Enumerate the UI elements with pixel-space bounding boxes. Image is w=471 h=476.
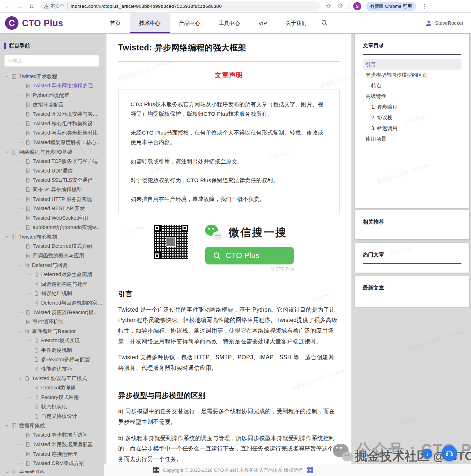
tree-item[interactable]: autobahn结合tornado实现w... — [0, 223, 104, 232]
scroll-down-button[interactable]: ↓ — [422, 449, 432, 459]
toc-item[interactable]: 引言 — [363, 59, 461, 70]
tree-item[interactable]: Twisted WebSocket应用 — [0, 213, 104, 223]
tree-item[interactable]: 错误处理机制 — [0, 289, 104, 299]
tree-item[interactable]: Twisted 核心组件和架构设... — [0, 119, 104, 128]
tree-connector — [27, 388, 32, 388]
nav-item-关于我们[interactable]: 关于我们 — [276, 13, 316, 33]
tree-item[interactable]: Twisted SSL/TLS安全通信 — [0, 176, 104, 185]
nav-item-工具中心[interactable]: 工具中心 — [209, 13, 249, 33]
tree-item-label: Twisted 开发环境安装与实... — [33, 111, 97, 117]
toc-item[interactable]: 高级特性 — [363, 91, 461, 102]
tree-item[interactable]: Twisted UDP通信 — [0, 166, 104, 176]
tree-item[interactable]: Twisted 常用数据库适配器 — [0, 440, 104, 449]
latest-articles-title: 最新文章 — [363, 285, 461, 291]
tree-item[interactable]: 回调函数的概念与应用 — [0, 251, 104, 261]
profile-avatar[interactable]: S — [353, 2, 361, 10]
tree-item[interactable]: Deferred与回调机制的实际... — [0, 298, 104, 308]
title-divider — [118, 61, 340, 61]
tree-item[interactable]: Twisted 连接池管理 — [0, 449, 104, 459]
nav-item-首页[interactable]: 首页 — [101, 13, 130, 33]
tree-item[interactable]: Twisted REST API开发 — [0, 204, 104, 213]
site-logo[interactable]: C CTO Plus — [5, 16, 101, 30]
search-icon[interactable] — [321, 19, 328, 27]
tree-connector — [18, 142, 24, 143]
wechat-logo-row: 微信搜一搜 — [205, 225, 294, 241]
toc-item[interactable]: 使用场景 — [363, 133, 461, 144]
tree-item-label: Protocol类详解 — [41, 384, 76, 391]
menu-dots-icon[interactable]: ⋮ — [420, 2, 428, 10]
nav-item-产品中心[interactable]: 产品中心 — [170, 13, 209, 33]
tree-item[interactable]: Deferred对象生命周期 — [0, 270, 104, 279]
sidebar-search-input[interactable] — [4, 55, 99, 67]
tree-connector — [18, 227, 24, 228]
tree-item[interactable]: 状态机实现 — [0, 402, 104, 412]
back-icon[interactable]: ← — [4, 2, 11, 10]
tree-item-label: Twisted 反应器(Reactor)模... — [33, 309, 98, 316]
file-icon — [34, 338, 39, 343]
wechat-search-button[interactable]: CTO Plus — [205, 247, 294, 264]
tree-item[interactable]: 回调链的构建与处理 — [0, 279, 104, 289]
chrome-update-button[interactable]: 有新版 Chrome 可用 — [366, 2, 416, 11]
nav-item-VIP[interactable]: VIP — [249, 13, 276, 33]
file-icon — [26, 168, 30, 173]
tree-item-label: Deferred与回调机制的实际... — [41, 300, 104, 306]
caret-down-icon[interactable]: ▾ — [5, 471, 9, 473]
file-icon — [34, 367, 39, 372]
caret-down-icon[interactable]: ▾ — [18, 263, 22, 267]
caret-down-icon[interactable]: ▾ — [18, 377, 22, 381]
caret-down-icon[interactable]: ▾ — [5, 150, 9, 154]
caret-down-icon[interactable]: ▾ — [18, 329, 22, 333]
tree-item[interactable]: Twisted Deferred模式介绍 — [0, 242, 104, 251]
bookmark-star-icon[interactable]: ☆ — [324, 2, 332, 10]
tree-item[interactable]: Python环境配置 — [0, 91, 104, 100]
caret-down-icon[interactable]: ▾ — [5, 235, 9, 239]
tree-item[interactable]: ▾Deferred与回调 — [0, 261, 104, 270]
toc-item[interactable]: 1. 异步编程 — [363, 102, 461, 112]
tree-item[interactable]: Twisted框架深度解析：核心... — [0, 138, 104, 147]
tree-item[interactable]: ▾Twisted开发教程 — [0, 72, 104, 81]
tree-item[interactable]: Factory模式应用 — [0, 393, 104, 402]
toc-item[interactable]: 特点 — [363, 80, 461, 91]
tree-item-label: 数据库集成 — [19, 422, 45, 429]
extensions-icon[interactable] — [336, 2, 344, 10]
tree-item[interactable]: Twisted ORM集成方案 — [0, 459, 104, 468]
tree-item[interactable]: ▾分布式系统 — [0, 468, 104, 473]
tree-item[interactable]: 事件循环机制 — [0, 317, 104, 327]
user-menu[interactable]: SteveRocket — [425, 19, 463, 27]
tree-item[interactable]: Twisted 异步数据库访问 — [0, 431, 104, 440]
tree-item[interactable]: Reactor模式实现 — [0, 336, 104, 346]
tree-connector — [18, 463, 24, 464]
caret-down-icon[interactable]: ▾ — [5, 75, 9, 78]
toc-item[interactable]: 3. 延迟调用 — [363, 123, 461, 133]
tree-item[interactable]: 同步 vs 异步编程模型 — [0, 185, 104, 195]
tree-item[interactable]: ▾Twisted核心机制 — [0, 232, 104, 242]
toc-item[interactable]: 2. 协议栈 — [363, 112, 461, 123]
tree-item[interactable]: ▾Twisted 协议与工厂模式 — [0, 374, 104, 383]
security-chip[interactable]: 不安全 — [44, 3, 68, 10]
customer-service-button[interactable] — [442, 445, 457, 461]
tree-item[interactable]: 自定义协议设计 — [0, 411, 104, 421]
tree-item[interactable]: ▾网络编程与异步I/O基础 — [0, 147, 104, 157]
address-bar[interactable]: 不安全 mdrsec.com/#/ctoplus_article/903bb4b… — [40, 1, 320, 11]
tree-item-label: Twisted 与其他异步框架对比 — [33, 130, 98, 136]
forward-icon[interactable]: → — [16, 2, 23, 10]
caret-down-icon[interactable]: ▾ — [5, 424, 9, 428]
refresh-icon[interactable] — [28, 2, 35, 10]
tree-item[interactable]: Twisted HTTP 服务器实现 — [0, 195, 104, 204]
tree-item[interactable]: 多Reactor选择与配置 — [0, 355, 104, 365]
tree-connector — [27, 284, 32, 284]
tree-item[interactable]: ▾事件循环与Reactor — [0, 327, 104, 336]
tree-item[interactable]: 事件调度机制 — [0, 345, 104, 355]
tree-item[interactable]: Twisted 开发环境安装与实... — [0, 109, 104, 119]
nav-item-技术中心[interactable]: 技术中心 — [130, 13, 170, 33]
declaration-title: 文章声明 — [118, 71, 340, 80]
tree-item[interactable]: Twisted 异步网络编程的强... — [0, 81, 104, 91]
tree-item[interactable]: Twisted 与其他异步框架对比 — [0, 128, 104, 138]
toc-item[interactable]: 异步模型与同步模型的区别 — [363, 70, 461, 80]
tree-item[interactable]: 虚拟环境配置 — [0, 100, 104, 110]
tree-item[interactable]: Protocol类详解 — [0, 383, 104, 393]
tree-item[interactable]: Twisted 反应器(Reactor)模... — [0, 308, 104, 317]
tree-item[interactable]: ▾数据库集成 — [0, 421, 104, 431]
tree-item[interactable]: Twisted TCP服务器与客户端 — [0, 157, 104, 166]
tree-item[interactable]: 性能调优技巧 — [0, 364, 104, 374]
